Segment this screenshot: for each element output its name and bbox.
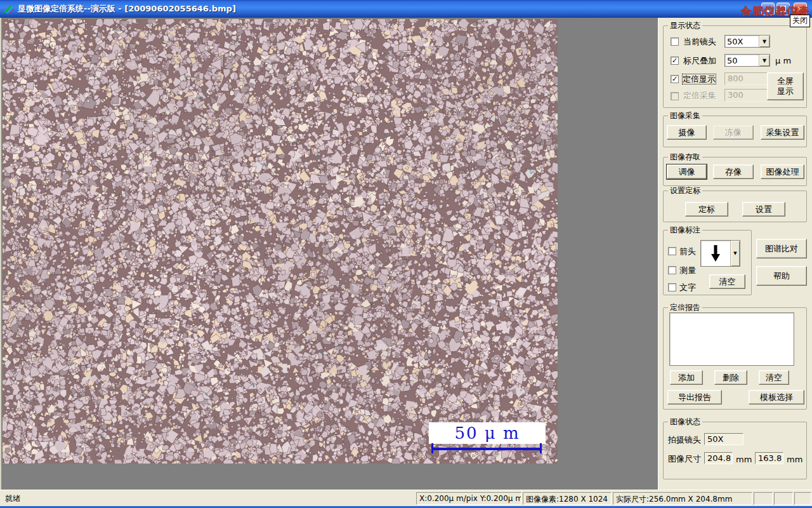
fullscreen-button[interactable]: 全屏显示: [767, 72, 804, 100]
export-report-button[interactable]: 导出报告: [667, 390, 722, 404]
scalebar-line: [431, 448, 542, 450]
down-arrow-icon: [701, 241, 730, 266]
image-width-unit: mm: [736, 455, 752, 464]
client-area: 50 μ m: [0, 18, 658, 490]
arrow-style-combo[interactable]: ▼: [700, 240, 740, 267]
image-height-value: 163.8: [755, 452, 783, 464]
annotation-clear-button[interactable]: 清空: [709, 274, 745, 289]
report-clear-button[interactable]: 清空: [759, 370, 789, 385]
window-title: 显微图像定倍系统--演示版 - [20090602055646.bmp]: [18, 3, 236, 15]
report-add-button[interactable]: 添加: [670, 370, 703, 385]
chevron-down-icon[interactable]: ▼: [759, 36, 769, 47]
statusbar-cell: [774, 492, 793, 505]
report-listbox[interactable]: [669, 312, 794, 366]
statusbar: 就绪 X:0.200μ m/pix Y:0.200μ m/pix 图像像素:12…: [0, 490, 812, 506]
calibrate-button[interactable]: 定标: [685, 202, 728, 217]
micrograph-image: [3, 19, 558, 464]
scale-unit-label: μ m: [775, 56, 791, 65]
scale-overlay-checkbox[interactable]: [671, 57, 679, 65]
group-image-status: 图像状态: [663, 422, 807, 479]
shooting-lens-value: 50X: [704, 433, 743, 445]
calibration-setup-button[interactable]: 设置: [742, 202, 785, 217]
measure-checkbox[interactable]: [668, 266, 676, 274]
template-select-button[interactable]: 模板选择: [749, 390, 804, 404]
chevron-down-icon[interactable]: ▼: [730, 241, 740, 266]
scalebar-text: 50 μ m: [454, 424, 520, 443]
status-pixel-scale: X:0.200μ m/pix Y:0.200μ m/pix: [416, 492, 521, 505]
scale-overlay-value: 50: [725, 55, 759, 66]
freeze-button: 冻像: [713, 125, 754, 140]
scalebar-tick-left: [431, 443, 433, 453]
current-lens-value: 50X: [725, 36, 759, 47]
close-tooltip: 关闭: [790, 15, 810, 27]
text-label[interactable]: 文字: [679, 283, 696, 292]
image-height-unit: mm: [787, 455, 802, 464]
group-annotation-label: 图像标注: [668, 225, 702, 234]
fixed-display-checkbox[interactable]: [671, 75, 679, 83]
current-lens-checkbox[interactable]: [671, 37, 679, 46]
text-checkbox[interactable]: [668, 283, 676, 291]
group-capture-label: 图像采集: [668, 111, 702, 120]
statusbar-cell: [754, 492, 773, 505]
image-width-value: 204.8: [704, 452, 733, 464]
help-button[interactable]: 帮助: [756, 266, 807, 286]
measure-label[interactable]: 测量: [679, 265, 696, 275]
group-report-label: 定倍报告: [668, 303, 702, 312]
shoot-button[interactable]: 摄像: [667, 125, 707, 140]
status-image-pixels: 图像像素:1280 X 1024: [523, 492, 612, 505]
image-size-label: 图像尺寸: [668, 454, 701, 464]
scalebar-tick-right: [540, 443, 542, 453]
micrograph-viewport: 50 μ m: [3, 19, 558, 464]
save-image-button[interactable]: 存像: [713, 164, 754, 179]
fixed-capture-label: 定倍采集: [683, 91, 716, 100]
titlebar: 显微图像定倍系统--演示版 - [20090602055646.bmp] × 合…: [0, 0, 812, 18]
app-icon: [3, 3, 15, 15]
group-calibration-label: 设置定标: [668, 186, 702, 195]
current-lens-combo[interactable]: 50X ▼: [724, 35, 770, 48]
current-lens-label[interactable]: 当前镜头: [683, 37, 716, 46]
fixed-capture-checkbox: [671, 92, 679, 100]
app-window: 显微图像定倍系统--演示版 - [20090602055646.bmp] × 合…: [0, 0, 812, 508]
atlas-compare-button[interactable]: 图谱比对: [756, 239, 807, 258]
fixed-capture-input: 300: [724, 89, 770, 102]
status-ready: 就绪: [5, 493, 20, 504]
fixed-display-input: 800: [724, 72, 770, 85]
load-image-button[interactable]: 调像: [667, 164, 707, 179]
arrow-checkbox[interactable]: [668, 247, 676, 255]
fixed-display-label[interactable]: 定倍显示: [683, 74, 716, 84]
scalebar-label-box: 50 μ m: [429, 422, 546, 444]
chevron-down-icon[interactable]: ▼: [759, 55, 769, 66]
arrow-label[interactable]: 箭头: [679, 246, 696, 256]
group-display-status-label: 显示状态: [668, 21, 702, 30]
group-storage-label: 图像存取: [668, 152, 702, 161]
group-image-status-label: 图像状态: [668, 417, 702, 426]
status-actual-size: 实际尺寸:256.0mm X 204.8mm: [613, 492, 752, 505]
shooting-lens-label: 拍摄镜头: [668, 435, 701, 444]
image-process-button[interactable]: 图像处理: [761, 164, 804, 179]
scale-overlay-label[interactable]: 标尺叠加: [683, 56, 716, 65]
scale-overlay-combo[interactable]: 50 ▼: [724, 54, 770, 67]
capture-settings-button[interactable]: 采集设置: [761, 125, 804, 140]
report-delete-button[interactable]: 删除: [714, 370, 747, 385]
statusbar-cell: [794, 492, 811, 505]
